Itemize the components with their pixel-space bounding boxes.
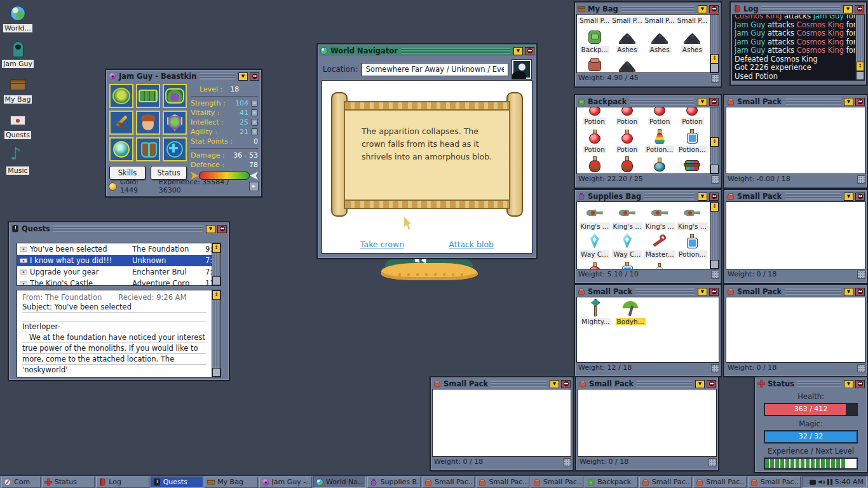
close-button[interactable]: [709, 288, 719, 296]
minimize-button[interactable]: ▼: [698, 193, 707, 201]
resize-handle[interactable]: [563, 458, 571, 466]
inventory-item[interactable]: [611, 259, 642, 269]
titlebar[interactable]: Small Pack▼: [432, 379, 571, 389]
inventory-item[interactable]: Small P...: [644, 16, 675, 25]
quest-list-item[interactable]: The King's CastleAdventure Corp11:28 AM: [17, 278, 212, 286]
close-button[interactable]: [709, 5, 719, 13]
inventory-item[interactable]: Potion: [579, 107, 610, 125]
close-button[interactable]: [855, 380, 865, 388]
chat-bubble-icon[interactable]: [810, 480, 816, 485]
inventory-item[interactable]: [644, 259, 675, 269]
scroll-button[interactable]: ↕: [856, 62, 864, 71]
scroll-button[interactable]: ↕: [710, 54, 719, 64]
minimize-button[interactable]: ▼: [206, 225, 215, 233]
resize-handle[interactable]: [857, 175, 865, 184]
scrollbar[interactable]: ↕: [212, 243, 221, 286]
inventory-item[interactable]: Ashes: [611, 55, 642, 73]
scroll-thumb[interactable]: [710, 165, 719, 173]
inventory-item[interactable]: [677, 154, 708, 173]
desktop-icon-jam-guy[interactable]: Jam Guy: [2, 39, 34, 68]
inventory-item[interactable]: King's ...: [611, 203, 642, 230]
scrollbar[interactable]: ↕: [856, 14, 865, 81]
close-button[interactable]: [525, 47, 534, 55]
inventory-item[interactable]: Potion...: [644, 126, 675, 153]
taskbar-item-small-pac[interactable]: Small Pac...: [422, 477, 475, 488]
equipment-slot-orb[interactable]: [109, 137, 133, 161]
desktop-icon-world[interactable]: World...: [3, 4, 32, 32]
taskbar-item-world-na[interactable]: World Na...: [313, 477, 366, 488]
titlebar[interactable]: My Bag ▼: [576, 4, 719, 14]
scroll-thumb[interactable]: [856, 71, 864, 80]
quest-list-item[interactable]: Upgrade your gearEnchanter Brul7:02 PM: [17, 266, 212, 278]
inventory-item[interactable]: Small P...: [579, 16, 610, 25]
inventory-item[interactable]: Small P...: [677, 16, 708, 25]
equipment-slot-sword[interactable]: [109, 111, 133, 135]
titlebar[interactable]: Jam Guy - Beastkin ▼: [107, 71, 260, 81]
inventory-item[interactable]: Potion: [579, 126, 610, 153]
increase-stat-button[interactable]: +: [251, 109, 258, 116]
equipment-slot-shoulders[interactable]: [163, 84, 187, 108]
close-button[interactable]: [707, 380, 716, 388]
inventory-item[interactable]: King's ...: [579, 203, 610, 230]
scrollbar[interactable]: ↕: [710, 107, 719, 174]
inventory-item[interactable]: Potion: [611, 107, 642, 125]
close-button[interactable]: [855, 5, 864, 13]
scrollbar[interactable]: ↕: [212, 290, 221, 377]
inventory-item[interactable]: [611, 154, 642, 173]
inventory-item[interactable]: Backp...: [579, 27, 610, 53]
increase-stat-button[interactable]: +: [251, 128, 258, 135]
inventory-item[interactable]: Way C...: [611, 231, 642, 258]
equipment-slot-belt[interactable]: [136, 84, 160, 108]
close-button[interactable]: [561, 380, 571, 388]
resize-handle[interactable]: [857, 364, 865, 372]
minimize-button[interactable]: ▼: [844, 288, 853, 296]
inventory-item[interactable]: Small P...: [611, 16, 642, 25]
inventory-item[interactable]: Ashes: [644, 27, 675, 53]
inventory-item[interactable]: Mighty...: [579, 299, 613, 325]
taskbar-item-small-pac[interactable]: Small Pac...: [748, 477, 801, 488]
titlebar[interactable]: Status ▼: [756, 379, 865, 389]
close-button[interactable]: [855, 98, 865, 106]
attack-blob-link[interactable]: Attack blob: [449, 240, 494, 249]
inventory-item[interactable]: King's ...: [644, 203, 675, 230]
taskbar-item-log[interactable]: Log: [96, 477, 149, 488]
close-button[interactable]: [855, 288, 865, 296]
minimize-button[interactable]: ▼: [550, 380, 559, 388]
taskbar-item-com[interactable]: Com: [1, 477, 41, 488]
taskbar-item-jam-guy[interactable]: Jam Guy -...: [259, 477, 312, 488]
increase-stat-button[interactable]: +: [251, 119, 258, 126]
titlebar[interactable]: Supplies Bag ▼: [576, 191, 719, 201]
pause-icon[interactable]: [827, 479, 832, 485]
inventory-item[interactable]: Potion: [644, 107, 675, 125]
resize-handle[interactable]: [857, 271, 865, 279]
taskbar-item-my-bag[interactable]: My Bag: [205, 477, 257, 488]
quest-list-item[interactable]: I know what you did!!!Unknown7:00 AM: [17, 255, 212, 266]
minimize-button[interactable]: ▼: [698, 5, 707, 13]
inventory-item[interactable]: Bodyh...: [614, 299, 648, 325]
titlebar[interactable]: Small Pack ▼: [576, 287, 719, 297]
scroll-thumb[interactable]: [212, 276, 220, 285]
taskbar-item-status[interactable]: Status: [42, 477, 95, 488]
close-button[interactable]: [217, 225, 227, 233]
expand-button[interactable]: ▶: [249, 182, 259, 191]
minimize-button[interactable]: ▼: [844, 380, 853, 388]
equipment-slot-amulet[interactable]: [163, 137, 187, 161]
inventory-item[interactable]: Master...: [644, 231, 675, 258]
resize-handle[interactable]: [709, 458, 717, 466]
equipment-slot-boots[interactable]: [136, 137, 160, 161]
scrollbar[interactable]: ↕: [710, 14, 719, 73]
scroll-button[interactable]: ↕: [212, 243, 220, 253]
take-crown-link[interactable]: Take crown: [360, 240, 404, 249]
minimize-button[interactable]: ▼: [513, 47, 523, 55]
titlebar[interactable]: Quests ▼: [10, 224, 227, 234]
titlebar[interactable]: World Navigator ▼: [319, 46, 535, 56]
location-input[interactable]: [362, 63, 508, 76]
taskbar-item-small-pac[interactable]: Small Pac...: [531, 477, 583, 488]
inventory-item[interactable]: Potion...: [677, 126, 708, 153]
speaker-icon[interactable]: [818, 479, 825, 485]
inventory-item[interactable]: Potion: [677, 107, 708, 125]
inventory-item[interactable]: Small P...: [579, 55, 610, 73]
titlebar[interactable]: Small Pack▼: [726, 191, 865, 201]
inventory-item[interactable]: Way C...: [579, 231, 610, 258]
titlebar[interactable]: Log ▼: [732, 4, 865, 14]
